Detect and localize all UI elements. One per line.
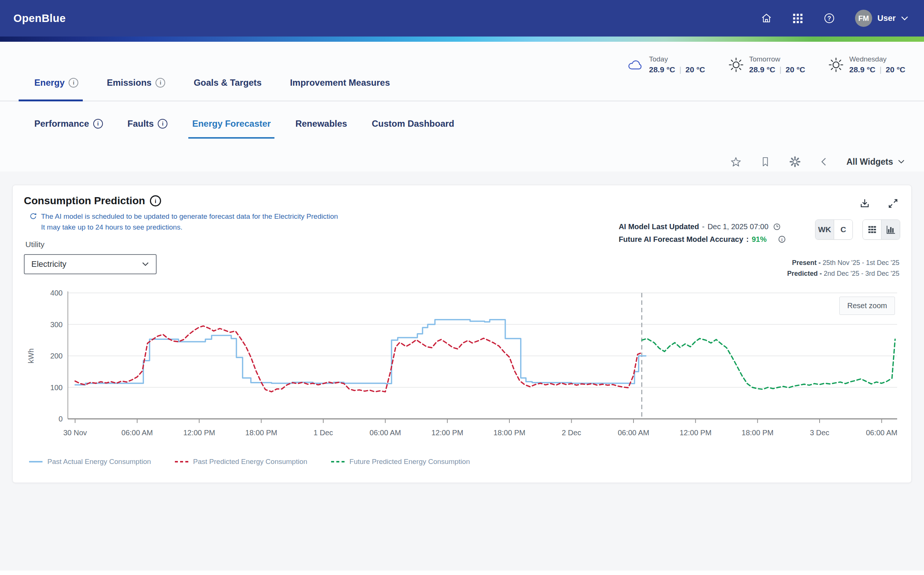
widget-title: Consumption Prediction <box>24 195 145 207</box>
legend-past-actual-energy-consumption[interactable]: Past Actual Energy Consumption <box>29 457 151 466</box>
chevron-down-icon <box>901 16 908 21</box>
app-launcher-icon[interactable] <box>792 13 803 24</box>
svg-text:18:00 PM: 18:00 PM <box>493 429 525 437</box>
ai-model-info: AI Model Last Updated - Dec 1, 2025 07:0… <box>619 220 786 246</box>
sun-icon <box>828 57 844 73</box>
legend-label: Past Predicted Energy Consumption <box>193 457 307 466</box>
chevron-down-icon <box>142 262 149 267</box>
svg-text:06:00 AM: 06:00 AM <box>122 429 153 437</box>
weather-low: 20 °C <box>786 65 805 74</box>
ai-updated-label: AI Model Last Updated <box>619 220 699 233</box>
subtab-custom-dashboard[interactable]: Custom Dashboard <box>372 119 454 139</box>
brand-gradient-strip <box>0 37 924 42</box>
legend-swatch <box>29 461 43 462</box>
subtab-performance[interactable]: Performancei <box>34 119 103 139</box>
tab-emissions[interactable]: Emissionsi <box>107 78 165 101</box>
weather-day-label: Today <box>649 55 705 64</box>
all-widgets-dropdown[interactable]: All Widgets <box>846 157 905 167</box>
weather-row: Today 28.9 °C | 20 °C Tomorrow 28.9 °C |… <box>627 55 905 74</box>
consumption-chart[interactable]: Reset zoom 0100200300400 30 Nov06:00 AM1… <box>24 288 900 466</box>
svg-text:0: 0 <box>59 415 63 423</box>
help-icon[interactable]: ? <box>823 12 836 25</box>
weather-wednesday: Wednesday 28.9 °C | 20 °C <box>828 55 905 74</box>
page-header-area: Today 28.9 °C | 20 °C Tomorrow 28.9 °C |… <box>0 42 924 139</box>
svg-text:200: 200 <box>50 352 63 360</box>
subtab-faults[interactable]: Faultsi <box>127 119 168 139</box>
series-past-predicted-energy-consumption <box>75 326 642 392</box>
all-widgets-label: All Widgets <box>846 157 893 167</box>
weather-day-label: Wednesday <box>849 55 905 64</box>
tab-energy[interactable]: Energyi <box>34 78 78 101</box>
svg-text:06:00 AM: 06:00 AM <box>369 429 401 437</box>
ai-updated-value: Dec 1, 2025 07:00 <box>707 220 768 233</box>
x-tick-marks <box>75 419 881 423</box>
utility-select[interactable]: Electricity <box>24 254 157 274</box>
series-past-actual-energy-consumption <box>75 320 646 385</box>
subtab-energy-forecaster[interactable]: Energy Forecaster <box>192 119 271 139</box>
sun-icon <box>728 57 744 73</box>
custom-toggle-button[interactable]: C <box>834 220 852 239</box>
tab-improvement-measures[interactable]: Improvement Measures <box>290 78 390 101</box>
chart-view-button[interactable] <box>881 220 900 239</box>
favorite-star-icon[interactable] <box>730 156 742 168</box>
info-icon[interactable]: i <box>156 78 165 87</box>
utility-select-value: Electricity <box>31 259 66 269</box>
weather-high: 28.9 °C <box>749 65 775 74</box>
chevron-down-icon <box>898 159 905 164</box>
settings-gear-icon[interactable] <box>789 156 801 168</box>
reset-zoom-button[interactable]: Reset zoom <box>839 297 895 315</box>
predicted-range-value: 2nd Dec '25 - 3rd Dec '25 <box>824 270 899 277</box>
bookmark-icon[interactable] <box>760 156 771 168</box>
y-axis-labels: 0100200300400 <box>50 289 63 423</box>
svg-text:3 Dec: 3 Dec <box>810 429 829 437</box>
svg-text:2 Dec: 2 Dec <box>561 429 581 437</box>
chart-legend: Past Actual Energy Consumption Past Pred… <box>29 457 900 466</box>
expand-icon[interactable] <box>887 198 899 209</box>
weather-high: 28.9 °C <box>649 65 675 74</box>
svg-text:06:00 AM: 06:00 AM <box>866 429 897 437</box>
notice-line-1: The AI model is scheduled to be updated … <box>41 213 338 220</box>
avatar[interactable]: FM <box>855 10 872 27</box>
info-icon[interactable]: i <box>158 119 167 129</box>
view-toggles: WK C <box>815 219 900 240</box>
accuracy-info-icon[interactable]: i <box>778 235 786 243</box>
svg-text:06:00 AM: 06:00 AM <box>618 429 650 437</box>
temp-separator: | <box>879 65 881 74</box>
svg-text:i: i <box>781 237 782 242</box>
download-icon[interactable] <box>859 198 870 209</box>
present-range-value: 25th Nov '25 - 1st Dec '25 <box>822 259 899 267</box>
period-toggle-group: WK C <box>815 219 853 240</box>
user-menu[interactable]: FM User <box>855 10 908 27</box>
top-navigation-bar: OpenBlue ? FM User <box>0 0 924 37</box>
table-view-button[interactable] <box>863 220 881 239</box>
accuracy-value: 91% <box>752 233 767 246</box>
widget-info-icon[interactable]: i <box>150 195 161 206</box>
svg-text:12:00 PM: 12:00 PM <box>431 429 463 437</box>
weather-tomorrow: Tomorrow 28.9 °C | 20 °C <box>728 55 805 74</box>
tab-goals-targets[interactable]: Goals & Targets <box>194 78 261 101</box>
home-icon[interactable] <box>760 12 773 25</box>
chart-svg[interactable]: 0100200300400 30 Nov06:00 AM12:00 PM18:0… <box>24 288 901 448</box>
svg-text:100: 100 <box>50 383 63 392</box>
notice-line-2: It may take up to 24 hours to see predic… <box>41 223 182 231</box>
collapse-panel-chevron-icon[interactable] <box>819 156 829 167</box>
y-axis-title: kWh <box>27 348 35 363</box>
info-icon[interactable]: i <box>68 78 78 87</box>
weather-low: 20 °C <box>685 65 705 74</box>
svg-text:12:00 PM: 12:00 PM <box>183 429 215 437</box>
legend-past-predicted-energy-consumption[interactable]: Past Predicted Energy Consumption <box>175 457 307 466</box>
subtab-renewables[interactable]: Renewables <box>295 119 347 139</box>
week-toggle-button[interactable]: WK <box>816 220 834 239</box>
weather-today: Today 28.9 °C | 20 °C <box>627 55 705 74</box>
svg-text:300: 300 <box>50 321 63 329</box>
refresh-icon <box>29 212 37 232</box>
date-ranges: Present - 25th Nov '25 - 1st Dec '25 Pre… <box>787 257 899 279</box>
legend-future-predicted-energy-consumption[interactable]: Future Predicted Energy Consumption <box>331 457 470 466</box>
series-future-predicted-energy-consumption <box>642 339 895 389</box>
svg-text:400: 400 <box>50 289 63 297</box>
legend-swatch <box>331 461 345 462</box>
display-toggle-group <box>862 219 900 240</box>
chart-svg-host[interactable]: 0100200300400 30 Nov06:00 AM12:00 PM18:0… <box>24 288 900 448</box>
info-icon[interactable]: i <box>93 119 103 129</box>
gridlines <box>68 293 897 388</box>
